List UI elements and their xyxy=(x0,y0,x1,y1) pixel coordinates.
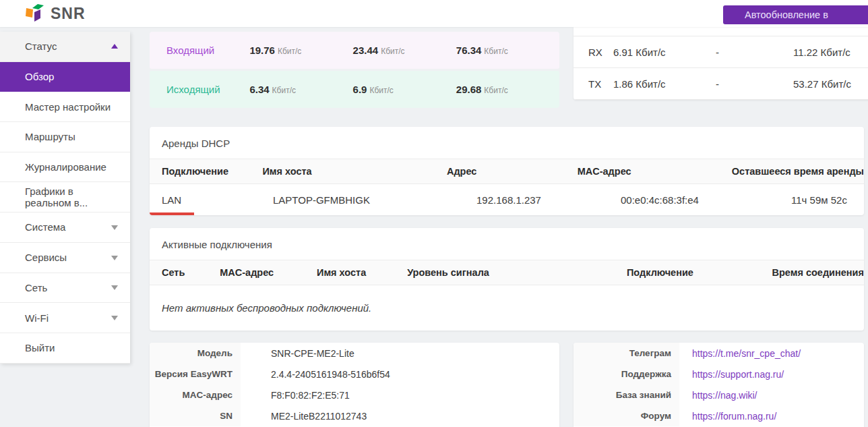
col-connection: Подключение xyxy=(627,267,772,278)
serial-number-row: SN ME2-LiteB2211012743 xyxy=(150,405,559,426)
incoming-value-2: 23.44Кбит/с xyxy=(353,45,456,57)
knowledge-base-link[interactable]: https://nag.wiki/ xyxy=(692,390,757,401)
support-row: Поддержка https://support.nag.ru/ xyxy=(574,364,864,385)
lease-connection: LAN xyxy=(162,194,273,206)
chevron-down-icon xyxy=(111,256,118,260)
sidebar-item-routes[interactable]: Маршруты xyxy=(0,122,130,152)
tx-value-2: 53.27 Кбит/с xyxy=(793,78,851,90)
tx-row: TX 1.86 Кбит/с - 53.27 Кбит/с xyxy=(574,68,868,100)
sidebar-item-setup-wizard[interactable]: Мастер настройки xyxy=(0,92,130,122)
telegram-label: Телеграм xyxy=(574,343,679,364)
sidebar-item-system[interactable]: Система xyxy=(0,212,130,243)
lease-address: 192.168.1.237 xyxy=(476,194,621,206)
rxtx-card-top-sliver xyxy=(574,27,868,36)
outgoing-traffic-row: Исходящий 6.34Кбит/с 6.9Кбит/с 29.68Кбит… xyxy=(150,71,559,108)
mac-label: MAC-адрес xyxy=(150,385,241,405)
top-bar: SNR Автообновление в xyxy=(0,0,868,27)
support-link[interactable]: https://support.nag.ru/ xyxy=(692,369,784,380)
rxtx-card: RX 6.91 Кбит/с - 11.22 Кбит/с TX 1.86 Кб… xyxy=(574,27,868,100)
tx-dash: - xyxy=(716,78,793,90)
sidebar-item-status[interactable]: Статус xyxy=(0,32,130,62)
lease-hostname: LAPTOP-GFMBHIGK xyxy=(273,194,476,206)
outgoing-label: Исходящий xyxy=(166,84,249,95)
connections-table-header: Сеть MAC-адрес Имя хоста Уровень сигнала… xyxy=(150,260,864,285)
sidebar-item-label: Сеть xyxy=(25,282,47,293)
sidebar-item-label: Статус xyxy=(25,40,57,52)
chevron-down-icon xyxy=(111,316,118,320)
sidebar-item-wifi[interactable]: Wi-Fi xyxy=(0,303,130,333)
sidebar-item-label: Маршруты xyxy=(25,131,75,142)
sidebar-item-label: Журналирование xyxy=(25,161,106,173)
col-hostname: Имя хоста xyxy=(262,166,446,177)
value: 23.44 xyxy=(353,45,379,56)
value: 29.68 xyxy=(456,84,482,95)
sn-value: ME2-LiteB2211012743 xyxy=(241,405,367,426)
outgoing-value-2: 6.9Кбит/с xyxy=(353,84,456,96)
support-links-card: Телеграм https://t.me/snr_cpe_chat/ Подд… xyxy=(574,343,864,427)
chevron-up-icon xyxy=(111,44,118,49)
forum-link[interactable]: https://forum.nag.ru/ xyxy=(692,411,776,422)
sidebar-item-overview[interactable]: Обзор xyxy=(0,62,130,92)
outgoing-value-3: 29.68Кбит/с xyxy=(456,84,559,96)
col-signal-level: Уровень сигнала xyxy=(407,267,627,278)
unit: Кбит/с xyxy=(484,86,507,95)
value: 19.76 xyxy=(249,45,275,56)
sidebar-item-logout[interactable]: Выйти xyxy=(0,333,130,364)
device-model-row: Модель SNR-CPE-ME2-Lite xyxy=(150,343,559,364)
tx-label: TX xyxy=(588,78,613,90)
sidebar-item-label: Сервисы xyxy=(25,252,67,263)
rx-label: RX xyxy=(588,47,613,58)
sidebar-item-label: Выйти xyxy=(25,342,55,353)
sn-label: SN xyxy=(150,405,241,426)
sidebar-item-label: Обзор xyxy=(25,71,54,82)
incoming-value-1: 19.76Кбит/с xyxy=(249,45,352,57)
rx-value-2: 11.22 Кбит/с xyxy=(793,47,850,58)
unit: Кбит/с xyxy=(381,47,404,56)
unit: Кбит/с xyxy=(484,47,507,56)
forum-label: Форум xyxy=(574,405,679,426)
chevron-down-icon xyxy=(111,225,118,230)
autoupdate-button[interactable]: Автообновление в xyxy=(723,5,868,24)
dhcp-table-header: Подключение Имя хоста Адрес MAC-адрес Ос… xyxy=(150,159,864,184)
col-network: Сеть xyxy=(162,267,220,278)
sidebar-item-label: Мастер настройки xyxy=(25,101,111,113)
model-value: SNR-CPE-ME2-Lite xyxy=(241,343,354,364)
firmware-value: 2.4.4-2405161948-516b6f54 xyxy=(241,364,390,385)
telegram-link[interactable]: https://t.me/snr_cpe_chat/ xyxy=(692,348,801,359)
device-info-card: Модель SNR-CPE-ME2-Lite Версия EasyWRT 2… xyxy=(150,343,559,427)
chevron-down-icon xyxy=(111,285,118,290)
sidebar-item-services[interactable]: Сервисы xyxy=(0,243,130,273)
snr-logo-icon xyxy=(24,3,46,24)
dhcp-leases-title: Аренды DHCP xyxy=(150,127,864,159)
col-address: Адрес xyxy=(447,166,578,177)
traffic-summary-card: Входящий 19.76Кбит/с 23.44Кбит/с 76.34Кб… xyxy=(150,32,559,108)
knowledge-base-row: База знаний https://nag.wiki/ xyxy=(574,385,864,405)
sidebar-item-realtime-graphs[interactable]: Графики в реальном в... xyxy=(0,182,130,212)
support-label: Поддержка xyxy=(574,364,679,385)
lease-mac: 00:e0:4c:68:3f:e4 xyxy=(621,194,791,206)
snr-logo: SNR xyxy=(24,3,86,24)
snr-logo-text: SNR xyxy=(51,5,86,23)
rx-value-1: 6.91 Кбит/с xyxy=(613,47,716,58)
no-wireless-connections-message: Нет активных беспроводных подключений. xyxy=(150,285,864,331)
outgoing-value-1: 6.34Кбит/с xyxy=(249,84,352,96)
dhcp-lease-row: LAN LAPTOP-GFMBHIGK 192.168.1.237 00:e0:… xyxy=(150,184,864,215)
forum-row: Форум https://forum.nag.ru/ xyxy=(574,405,864,426)
rx-row: RX 6.91 Кбит/с - 11.22 Кбит/с xyxy=(574,36,868,68)
sidebar-item-network[interactable]: Сеть xyxy=(0,273,130,304)
telegram-row: Телеграм https://t.me/snr_cpe_chat/ xyxy=(574,343,864,364)
device-mac-row: MAC-адрес F8:F0:82:F2:E5:71 xyxy=(150,385,559,405)
sidebar-item-label: Система xyxy=(25,221,65,233)
col-mac: MAC-адрес xyxy=(578,166,732,177)
rx-dash: - xyxy=(716,47,793,58)
col-connection: Подключение xyxy=(162,166,262,177)
value: 6.9 xyxy=(353,84,367,95)
incoming-label: Входящий xyxy=(166,45,249,56)
col-mac: MAC-адрес xyxy=(220,267,317,278)
col-lease-time: Оставшееся время аренды xyxy=(732,166,864,177)
active-connections-title: Активные подключения xyxy=(150,228,864,260)
sidebar-item-logging[interactable]: Журналирование xyxy=(0,152,130,183)
value: 76.34 xyxy=(456,45,482,56)
model-label: Модель xyxy=(150,343,241,364)
sidebar: Статус Обзор Мастер настройки Маршруты Ж… xyxy=(0,32,130,364)
